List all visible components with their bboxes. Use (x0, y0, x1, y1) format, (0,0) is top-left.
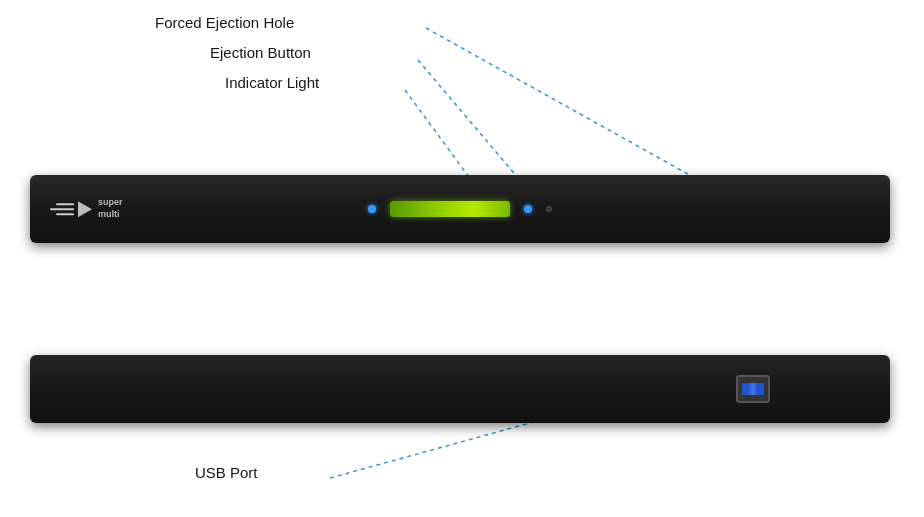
disc-tray (390, 201, 510, 217)
logo-area: super multi (50, 197, 123, 220)
disc-slot-area (368, 201, 552, 217)
drive-body: super multi (30, 175, 890, 243)
usb-port[interactable] (736, 375, 770, 403)
device-body (30, 355, 890, 423)
indicator-light-dot (524, 205, 532, 213)
svg-line-0 (426, 28, 720, 192)
annotation-lines (0, 0, 924, 517)
forced-ejection-hole[interactable] (546, 206, 552, 212)
main-container: Forced Ejection Hole Ejection Button Ind… (0, 0, 924, 517)
usb-port-area (736, 375, 770, 403)
eject-button-dot[interactable] (368, 205, 376, 213)
label-ejection-button: Ejection Button (210, 44, 311, 61)
label-usb-port: USB Port (195, 464, 258, 481)
usb-device (30, 355, 890, 423)
svg-line-1 (418, 60, 530, 192)
logo-triangle-icon (78, 201, 92, 217)
label-forced-ejection-hole: Forced Ejection Hole (155, 14, 294, 31)
logo-icon (50, 203, 74, 215)
usb-connector (742, 383, 764, 395)
optical-drive: super multi (30, 175, 890, 243)
label-indicator-light: Indicator Light (225, 74, 319, 91)
logo-text: super multi (98, 197, 123, 220)
